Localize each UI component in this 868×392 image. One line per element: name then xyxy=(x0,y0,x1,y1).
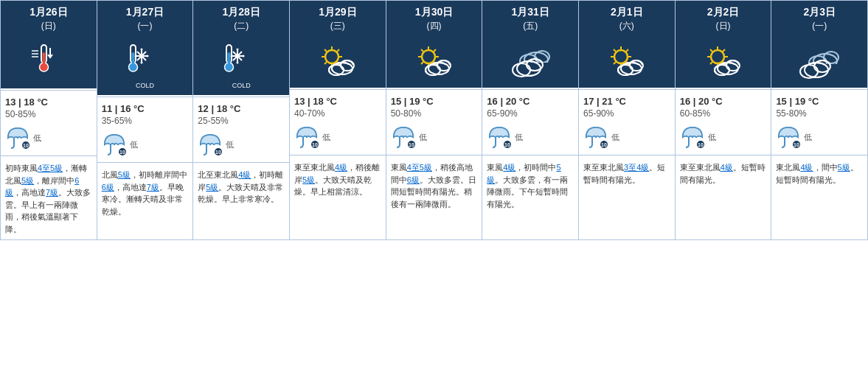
wind-level-link[interactable]: 5級 xyxy=(206,183,218,192)
temp-row: 12 | 18 °C xyxy=(193,99,289,116)
date-label: 1月29日 xyxy=(293,5,383,20)
divider xyxy=(482,155,578,155)
humidity-row: 40-70% xyxy=(290,108,386,122)
umbrella-icon: 10 xyxy=(391,125,416,150)
umbrella-icon: 10 xyxy=(583,125,608,150)
umbrella-icon: 10 xyxy=(102,132,127,158)
humidity-row: 35-65% xyxy=(97,116,193,129)
wind-level-link[interactable]: 7級 xyxy=(147,183,159,192)
weather-icon-row xyxy=(290,36,386,88)
wind-level-link[interactable]: 5級 xyxy=(302,175,315,184)
wind-level-link[interactable]: 4級 xyxy=(335,163,347,172)
temp-row: 16 | 20 °C xyxy=(482,91,578,108)
umbrella-icon: 10 xyxy=(198,132,223,158)
weather-icon-row xyxy=(676,36,771,88)
umbrella-row: 10 低 xyxy=(1,122,97,154)
weekday-label: (六) xyxy=(582,20,672,32)
wind-level-link[interactable]: 4至5級 xyxy=(38,164,63,172)
weather-icon xyxy=(797,43,841,81)
rain-level-label: 低 xyxy=(322,132,330,143)
umbrella-icon: 10 xyxy=(294,125,319,150)
day-col-0: 1月26日(日) 13 | 18 °C50-85% 10 低 初時東風4至5級，… xyxy=(1,1,97,239)
wind-level-link[interactable]: 4級 xyxy=(238,170,251,179)
day-col-4: 1月30日(四) 15 | 19 °C50-80% 10 xyxy=(386,1,483,239)
humidity-row: 25-55% xyxy=(193,116,289,129)
svg-point-32 xyxy=(237,62,239,64)
svg-text:10: 10 xyxy=(504,142,510,147)
wind-level-link[interactable]: 6級 xyxy=(407,175,420,184)
umbrella-row: 10 低 xyxy=(193,129,289,161)
svg-line-94 xyxy=(614,49,616,52)
wind-level-link[interactable]: 7級 xyxy=(46,188,58,197)
day-col-3: 1月29日(三) 13 | 18 °C40-70% 10 xyxy=(290,1,386,239)
svg-line-45 xyxy=(337,49,339,52)
day-header: 1月28日(二) xyxy=(193,1,289,36)
wind-level-link[interactable]: 6級 xyxy=(5,176,79,197)
svg-line-65 xyxy=(421,62,423,64)
humidity-row: 55-80% xyxy=(771,108,867,122)
umbrella-row: 10 低 xyxy=(771,122,867,153)
day-col-5: 1月31日(五) 16 | 20 °C65-90% 10 低 東風4級，初時間中… xyxy=(482,1,579,239)
temp-row: 15 | 19 °C xyxy=(771,91,867,108)
divider xyxy=(193,97,289,97)
rain-level-label: 低 xyxy=(33,133,41,144)
day-header: 1月29日(三) xyxy=(290,1,386,36)
date-label: 2月3日 xyxy=(774,5,864,20)
svg-point-38 xyxy=(325,50,338,63)
umbrella-row: 10 低 xyxy=(290,122,386,153)
day-header: 1月26日(日) xyxy=(1,1,97,36)
weather-grid: 1月26日(日) 13 | 18 °C50-85% 10 低 初時東風4至5級，… xyxy=(0,0,868,240)
umbrella-row: 10 低 xyxy=(676,122,771,153)
wind-level-link[interactable]: 5級 xyxy=(118,170,131,179)
divider xyxy=(482,89,578,90)
svg-text:10: 10 xyxy=(119,150,125,155)
weekday-label: (日) xyxy=(678,20,768,32)
temp-row: 13 | 18 °C xyxy=(290,91,386,108)
rain-level-label: 低 xyxy=(708,132,716,143)
divider xyxy=(676,155,771,155)
weather-icon-row xyxy=(386,36,482,88)
weather-icon-row: COLD xyxy=(97,36,193,95)
wind-level-link[interactable]: 6級 xyxy=(102,183,114,192)
humidity-row: 50-85% xyxy=(1,109,97,122)
wind-level-link[interactable]: 4級 xyxy=(503,163,515,172)
divider xyxy=(290,155,386,155)
day-header: 2月1日(六) xyxy=(579,1,675,36)
divider xyxy=(579,155,675,155)
divider xyxy=(1,90,97,91)
wind-level-link[interactable]: 4級 xyxy=(721,163,733,172)
wind-level-link[interactable]: 3至4級 xyxy=(624,163,649,172)
svg-point-17 xyxy=(140,49,142,51)
svg-text:10: 10 xyxy=(601,142,607,147)
divider xyxy=(579,89,675,90)
humidity-row: 60-85% xyxy=(676,108,771,122)
day-col-6: 2月1日(六) 17 | 21 °C65-90% 10 低 xyxy=(579,1,676,239)
rain-level-label: 低 xyxy=(804,132,812,143)
divider xyxy=(386,89,482,90)
description-row: 東北風4級，間中5級。短暫時間有陽光。 xyxy=(771,157,867,239)
description-row: 東風4級，初時間中5級。大致多雲，有一兩陣微雨。下午短暫時間有陽光。 xyxy=(482,157,578,239)
day-header: 1月30日(四) xyxy=(386,1,482,36)
date-label: 2月1日 xyxy=(582,5,672,20)
wind-level-link[interactable]: 5級 xyxy=(838,163,850,172)
day-col-1: 1月27日(一) COLD 11 | 16 °C35-65% 10 低 北風5級… xyxy=(97,1,194,239)
wind-level-link[interactable]: 4級 xyxy=(800,163,813,172)
divider xyxy=(386,155,482,155)
svg-line-116 xyxy=(710,62,712,64)
svg-point-19 xyxy=(134,55,136,57)
description-row: 初時東風4至5級，漸轉北風5級，離岸間中6級，高地達7級。大致多雲。早上有一兩陣… xyxy=(1,158,97,239)
rain-level-label: 低 xyxy=(130,139,138,150)
svg-line-96 xyxy=(626,49,628,52)
wind-level-link[interactable]: 5級 xyxy=(487,163,560,184)
day-col-2: 1月28日(二) COLD 12 | 18 °C25-55% 10 低 北至東北… xyxy=(193,1,290,239)
umbrella-row: 10 低 xyxy=(579,122,675,153)
divider xyxy=(290,89,386,90)
umbrella-row: 10 低 xyxy=(97,129,193,161)
wind-level-link[interactable]: 4至5級 xyxy=(407,163,432,172)
day-header: 2月2日(日) xyxy=(676,1,771,36)
day-header: 2月3日(一) xyxy=(771,1,867,36)
weather-icon xyxy=(412,43,456,81)
cold-label: COLD xyxy=(136,82,154,89)
svg-point-108 xyxy=(711,50,724,63)
wind-level-link[interactable]: 5級 xyxy=(21,176,34,185)
